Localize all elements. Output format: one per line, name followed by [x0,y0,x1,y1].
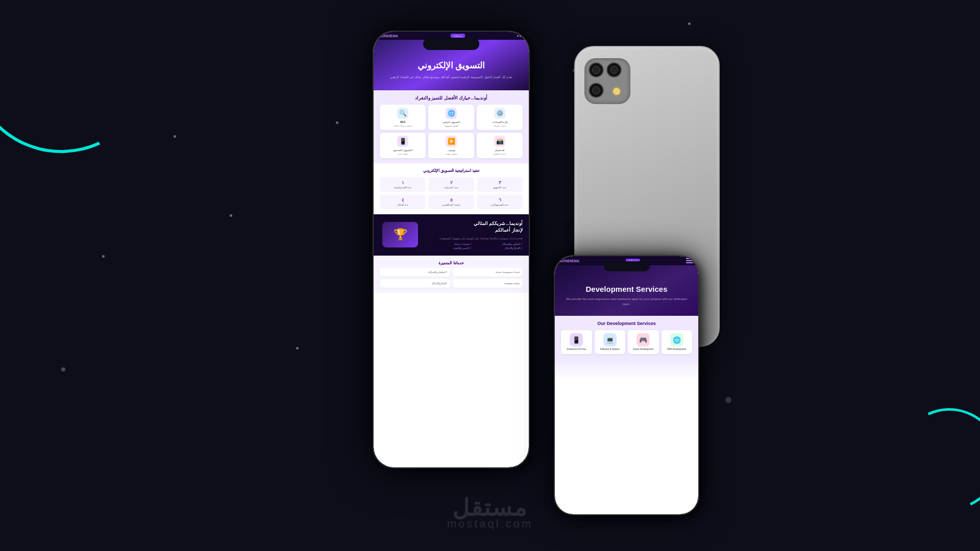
services-grid: 🔍 SEO تحسين محركات البحث 🌐 التسويق الرقم… [380,105,523,158]
strategy-num-2: ٢ [431,180,471,185]
dev-nav-logo: AONDIEMA [560,259,579,263]
seo-desc: تحسين محركات البحث [383,124,423,127]
partner-body-text: نقدم خدمات تسويقية متكاملة تساعدك على ال… [422,237,523,240]
service-card-instagram: 📸 انستقرام إدارة انستقرام [477,133,523,158]
content-desc: محتوى جذاب [383,153,423,155]
strategy-num-1: ١ [383,180,423,185]
dev-card-software: 💻 Software & System [595,330,626,354]
watermark-url: mostaql.com [447,517,533,531]
seo-icon: 🔍 [397,108,408,119]
camera-lens-2 [606,62,622,78]
camera-flash [613,88,620,95]
pwa-dev-label: PWA Development [664,348,691,351]
strategy-item-6: ٦ حدد المستهلكين [477,194,523,209]
phone-large-screen: AONDIEMA خدماتنا التسويق الإلكتروني نقدم… [374,32,529,467]
dev-services-title: Development Services [562,285,691,293]
strategy-item-4: ٤ حدد أهداف [380,194,426,209]
extra-card-3: الإبداع والابتكار [380,279,450,288]
feature-2: ✓ تقنيات حديثة [422,243,472,245]
dev-hero-section: Development Services We provide the most… [555,265,698,316]
nav-menu-dots [517,35,524,37]
dev-card-android: 📱 Android & IOS Dev [561,330,592,354]
our-dev-services: Our Development Services 📱 Android & IOS… [555,316,698,359]
dot-2 [336,121,338,124]
strategy-num-3: ٣ [480,180,520,185]
hero-title-arabic: التسويق الإلكتروني [381,60,521,71]
software-dev-icon: 💻 [603,333,617,346]
our-dev-title: Our Development Services [561,321,692,326]
software-dev-label: Software & System [597,348,624,351]
hero-subtitle-arabic: نقدم لك أفضل الحلول التسويقية الرقمية لت… [381,75,521,80]
strategy-text-5: دراسة المنافسين [431,204,471,206]
strategy-text-6: حدد المستهلكين [480,204,520,206]
extra-card-2: تقنيات تسويقية حديثة [453,268,523,277]
feature-4: ✓ التميز والانفراد [422,247,472,249]
phones-container: AONDIEMA خدماتنا التسويق الإلكتروني نقدم… [373,31,730,515]
strategy-item-2: ٢ حدد الميزانية [428,177,474,192]
content-label: التسويق بالمحتوى [383,148,423,152]
game-dev-icon: 🎮 [636,333,650,346]
strategy-grid: ١ حدد الاستراتيجية ٢ حدد الميزانية ٣ حدد… [380,177,523,209]
camera-lens-3 [589,83,604,98]
dot-6 [102,255,105,258]
service-card-youtube: ▶️ يوتيوب محتوى يوتيوب [428,133,474,158]
camera-lens-main [589,62,604,78]
strategy-item-3: ٣ حدد الجمهور [477,177,523,192]
strategy-num-4: ٤ [383,197,423,203]
dev-bottom-gradient [555,359,698,380]
instagram-label: انستقرام [480,148,520,152]
strategy-text-3: حدد الجمهور [480,186,520,189]
instagram-icon: 📸 [494,136,505,147]
strategy-num-6: ٦ [480,197,520,203]
services-section: أونديما...خيارك الأفضل للتميز والتفراد 🔍… [374,90,529,163]
phone-large-notch [423,38,479,50]
strategy-text-4: حدد أهداف [383,204,423,206]
seo-label: SEO [383,120,423,123]
partner-image-placeholder: 🏆 [382,222,418,247]
strategy-section: تنفيذ استراتيجية التسويق الإلكتروني ١ حد… [374,163,529,214]
strategy-text-2: حدد الميزانية [431,186,471,189]
service-card-seo: 🔍 SEO تحسين محركات البحث [380,105,426,130]
camera-lens-inner-3 [592,86,600,94]
phone-small-screen: AONDIEMA خدماتنا Development Services We… [555,256,698,514]
accounts-icon: ⚙️ [494,108,505,119]
dot-7 [230,214,232,217]
extra-section: خدماتنا المتميزة التواصل والشراكة تقنيات… [374,256,529,293]
phone-large: AONDIEMA خدماتنا التسويق الإلكتروني نقدم… [373,31,530,468]
camera-module [584,58,630,104]
youtube-label: يوتيوب [431,148,471,152]
digital-icon: 🌐 [446,108,457,119]
extra-card-1: التواصل والشراكة [380,268,450,277]
dev-nav-icon [686,258,693,263]
partner-text: أونديما...شريككم المثالي لإنجاز أعمالكم … [418,220,523,249]
digital-label: التسويق الرقمي [431,120,471,123]
partner-title: أونديما...شريككم المثالي لإنجاز أعمالكم [422,220,523,234]
youtube-desc: محتوى يوتيوب [431,153,471,155]
strategy-item-5: ٥ دراسة المنافسين [428,194,474,209]
phone-small: AONDIEMA خدماتنا Development Services We… [554,255,699,515]
partner-features: ✓ التعاون والشراكة ✓ تقنيات حديثة ✓ الإب… [422,243,523,249]
camera-lens-inner-main [592,66,600,74]
service-card-digital: 🌐 التسويق الرقمي الوصول لجمهورك [428,105,474,130]
digital-desc: الوصول لجمهورك [431,124,471,127]
dev-card-game: 🎮 Game Development [628,330,659,354]
dot-8 [296,347,299,349]
strategy-text-1: حدد الاستراتيجية [383,186,423,189]
dev-services-row: 📱 Android & IOS Dev 💻 Software & System … [561,330,692,354]
partner-section: أونديما...شريككم المثالي لإنجاز أعمالكم … [374,214,529,256]
android-dev-icon: 📱 [570,333,583,346]
service-card-content: 📱 التسويق بالمحتوى محتوى جذاب [380,133,426,158]
nav-badge: خدماتنا [451,34,465,38]
accounts-desc: إدارة محترفة [480,124,520,127]
dot-9 [61,367,65,371]
dev-services-subtitle: We provide the most responsive and hands… [562,297,691,307]
content-icon: 📱 [397,136,408,147]
dev-card-pwa: 🌐 PWA Development [662,330,693,354]
dot-3 [688,22,691,25]
accounts-label: إدارة الحسابات [480,120,520,123]
watermark: مستقل mostaql.com [447,494,533,531]
game-dev-label: Game Development [630,348,657,351]
feature-1: ✓ التعاون والشراكة [473,243,523,245]
android-dev-label: Android & IOS Dev [563,348,590,351]
extra-grid: التواصل والشراكة تقنيات تسويقية حديثة ال… [380,268,523,288]
